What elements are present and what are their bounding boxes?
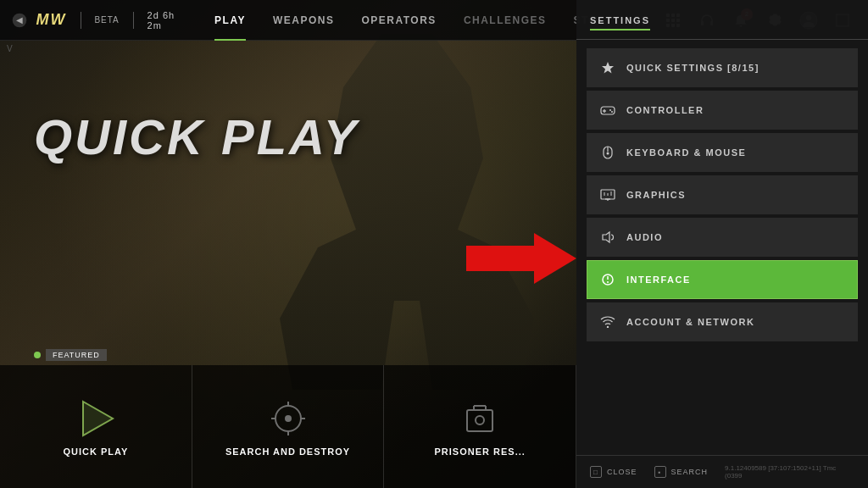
settings-panel-title: SETTINGS [590, 15, 650, 30]
search-key: ▪ [654, 466, 666, 478]
close-key: □ [590, 466, 602, 478]
wifi-icon [599, 313, 616, 330]
search-destroy-card-icon [267, 397, 309, 440]
nav-item-challenges[interactable]: CHALLENGES [450, 0, 560, 41]
interface-icon [599, 271, 616, 288]
svg-point-42 [607, 281, 609, 283]
settings-item-account-network[interactable]: ACCOUNT & NETWORK [587, 302, 858, 341]
quick-settings-label: QUICK SETTINGS [8/15] [626, 63, 760, 73]
search-destroy-card-title: SEARCH AND DESTROY [225, 446, 350, 457]
account-network-label: ACCOUNT & NETWORK [626, 317, 754, 327]
page-title: QUICK PLAY [34, 108, 359, 165]
graphics-label: GRAPHICS [626, 190, 686, 200]
nav-item-weapons[interactable]: WEAPONS [259, 0, 348, 41]
svg-text:◀: ◀ [16, 15, 23, 25]
monitor-icon [599, 186, 616, 203]
svg-point-19 [476, 416, 484, 424]
main-nav-menu: PLAY WEAPONS OPERATORS CHALLENGES STO... [201, 0, 624, 41]
quick-play-card-title: QUICK PLAY [63, 446, 128, 457]
game-card-quick-play[interactable]: QUICK PLAY [0, 365, 192, 488]
svg-point-31 [607, 152, 609, 155]
settings-item-audio[interactable]: AUDIO [587, 218, 858, 257]
main-content: QUICK PLAY FEATURED QUICK PLAY [0, 41, 576, 488]
featured-dot [34, 352, 41, 358]
settings-item-controller[interactable]: CONTROLLER [587, 91, 858, 130]
settings-list: QUICK SETTINGS [8/15] CONTROLLER [576, 40, 868, 455]
timer: 2d 6h 2m [147, 10, 184, 30]
controller-label: CONTROLLER [626, 105, 704, 115]
prisoner-rescue-card-title: PRISONER RES... [435, 446, 526, 457]
settings-item-keyboard-mouse[interactable]: KEYBOARD & MOUSE [587, 133, 858, 172]
svg-marker-38 [603, 232, 609, 242]
svg-marker-23 [602, 62, 614, 74]
star-icon [599, 59, 616, 76]
nav-divider [81, 12, 81, 29]
nav-item-operators[interactable]: OPERATORS [348, 0, 449, 41]
gamepad-icon [599, 102, 616, 119]
game-cards: QUICK PLAY SEARCH AND DESTROY [0, 365, 576, 488]
nav-item-play[interactable]: PLAY [201, 0, 259, 41]
settings-panel: SETTINGS QUICK SETTINGS [8/15] [576, 0, 868, 488]
svg-point-27 [609, 109, 611, 111]
speaker-icon [599, 229, 616, 246]
svg-point-28 [611, 111, 613, 113]
close-label: CLOSE [607, 468, 637, 476]
svg-point-43 [607, 326, 609, 328]
game-card-search-destroy[interactable]: SEARCH AND DESTROY [192, 365, 385, 488]
featured-badge: FEATURED [34, 349, 107, 361]
interface-label: INTERFACE [626, 274, 691, 285]
nav-divider-2 [133, 12, 134, 29]
keyboard-mouse-label: KEYBOARD & MOUSE [626, 147, 746, 158]
close-button[interactable]: □ CLOSE [590, 464, 637, 480]
beta-label: BETA [94, 15, 119, 25]
nav-left: ◀ MW BETA 2d 6h 2m [0, 8, 184, 32]
v-icon: V [7, 44, 13, 53]
version-text: 9.1.12409589 [37:107:1502+11] Tmc (0399 [725, 464, 854, 480]
search-button[interactable]: ▪ SEARCH [654, 464, 709, 480]
back-button[interactable]: ◀ [10, 8, 30, 32]
settings-item-graphics[interactable]: GRAPHICS [587, 175, 858, 214]
settings-header: SETTINGS [576, 0, 868, 40]
mouse-icon [599, 144, 616, 161]
settings-item-interface[interactable]: INTERFACE [587, 260, 858, 299]
svg-rect-18 [467, 410, 492, 431]
quick-play-card-icon [75, 397, 117, 440]
prisoner-rescue-card-icon [459, 397, 501, 440]
game-card-prisoner-rescue[interactable]: PRISONER RES... [384, 365, 576, 488]
search-label: SEARCH [671, 468, 709, 476]
svg-marker-11 [83, 402, 113, 435]
settings-footer: □ CLOSE ▪ SEARCH 9.1.12409589 [37:107:15… [576, 455, 868, 488]
audio-label: AUDIO [626, 232, 663, 242]
svg-point-17 [285, 415, 292, 422]
nav-logo: MW [36, 11, 67, 29]
featured-label: FEATURED [46, 349, 107, 361]
settings-item-quick-settings[interactable]: QUICK SETTINGS [8/15] [587, 48, 858, 87]
logo-text: MW [36, 11, 67, 29]
